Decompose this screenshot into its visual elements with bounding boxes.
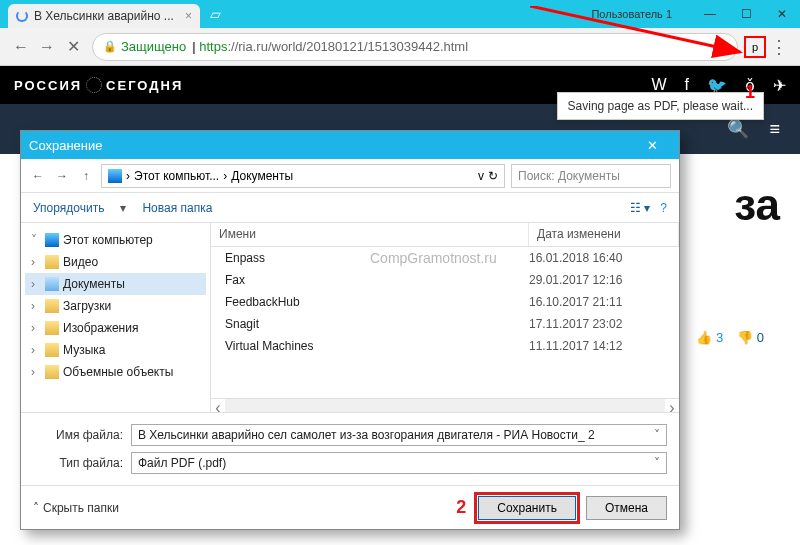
file-row[interactable]: Enpass16.01.2018 16:40 (211, 247, 679, 269)
thumbs-up-icon[interactable]: 👍 3 (696, 330, 723, 345)
file-row[interactable]: Virtual Machines11.11.2017 14:12 (211, 335, 679, 357)
tab-row: В Хельсинки аварийно ... × ▱ (0, 0, 226, 28)
omnibox-actions: ☆ (715, 39, 727, 54)
omnibox[interactable]: 🔒 Защищено | https ://ria.ru/world/20180… (92, 33, 738, 61)
tree-item-documents[interactable]: ›Документы (25, 273, 206, 295)
user-profile-label[interactable]: Пользователь 1 (591, 8, 672, 20)
bookmark-star-icon[interactable]: ☆ (715, 39, 727, 54)
pdf-extension-icon[interactable]: p (744, 36, 766, 58)
organize-menu[interactable]: Упорядочить (33, 201, 104, 215)
filename-input[interactable]: В Хельсинки аварийно сел самолет из-за в… (131, 424, 667, 446)
nav-up-icon[interactable]: ↑ (77, 169, 95, 183)
nav-back-icon[interactable]: ← (29, 169, 47, 183)
browser-titlebar: В Хельсинки аварийно ... × ▱ Пользовател… (0, 0, 800, 28)
reactions: 👍 3 👎 0 (696, 330, 764, 345)
filetype-row: Тип файла: Файл PDF (.pdf)˅ (33, 449, 667, 477)
column-date[interactable]: Дата изменени (529, 223, 679, 246)
dialog-body: ˅Этот компьютер ›Видео ›Документы ›Загру… (21, 223, 679, 412)
breadcrumb[interactable]: › Этот компьют... › Документы v ↻ (101, 164, 505, 188)
annotation-marker-1: 1 (745, 82, 755, 103)
search-icon[interactable]: 🔍 (727, 118, 749, 140)
column-name[interactable]: Имени (211, 223, 529, 246)
dialog-close-button[interactable]: ✕ (633, 131, 671, 159)
save-file-dialog: Сохранение ✕ ← → ↑ › Этот компьют... › Д… (20, 130, 680, 530)
tree-item-music[interactable]: ›Музыка (25, 339, 206, 361)
folder-tree: ˅Этот компьютер ›Видео ›Документы ›Загру… (21, 223, 211, 412)
nav-fwd-icon[interactable]: → (53, 169, 71, 183)
new-folder-button[interactable]: Новая папка (142, 201, 212, 215)
extension-tooltip: Saving page as PDF, please wait... (557, 92, 764, 120)
tree-item-video[interactable]: ›Видео (25, 251, 206, 273)
save-button[interactable]: Сохранить (478, 496, 576, 520)
maximize-button[interactable]: ☐ (728, 0, 764, 28)
file-list-pane: Имени Дата изменени Enpass16.01.2018 16:… (211, 223, 679, 412)
dialog-toolbar: Упорядочить▾ Новая папка ☷ ▾ ? (21, 193, 679, 223)
dialog-nav: ← → ↑ › Этот компьют... › Документы v ↻ … (21, 159, 679, 193)
browser-menu-icon[interactable]: ⋮ (766, 36, 792, 58)
site-brand[interactable]: РОССИЯ СЕГОДНЯ (14, 77, 183, 93)
chevron-down-icon[interactable]: ˅ (654, 456, 660, 470)
view-mode-icon[interactable]: ☷ ▾ (630, 201, 650, 215)
url-rest: ://ria.ru/world/20180121/1513039442.html (227, 39, 468, 54)
secure-label: Защищено (121, 39, 186, 54)
loading-spinner-icon (16, 10, 28, 22)
dialog-titlebar[interactable]: Сохранение ✕ (21, 131, 679, 159)
hide-folders-toggle[interactable]: ˄Скрыть папки (33, 501, 119, 515)
hamburger-icon[interactable]: ≡ (769, 119, 780, 140)
secure-indicator: 🔒 Защищено (103, 39, 186, 54)
back-button[interactable]: ← (8, 34, 34, 60)
horizontal-scrollbar[interactable]: ‹› (211, 398, 679, 412)
tree-item-downloads[interactable]: ›Загрузки (25, 295, 206, 317)
new-tab-button[interactable]: ▱ (204, 6, 226, 28)
close-window-button[interactable]: ✕ (764, 0, 800, 28)
annotation-marker-2: 2 (456, 497, 466, 518)
reload-button[interactable]: ✕ (60, 34, 86, 60)
tab-title: В Хельсинки аварийно ... (34, 9, 174, 23)
file-list-header: Имени Дата изменени (211, 223, 679, 247)
filename-row: Имя файла: В Хельсинки аварийно сел само… (33, 421, 667, 449)
breadcrumb-folder[interactable]: Документы (231, 169, 293, 183)
forward-button[interactable]: → (34, 34, 60, 60)
dialog-footer: ˄Скрыть папки 2 Сохранить Отмена (21, 485, 679, 529)
file-row[interactable]: Snagit17.11.2017 23:02 (211, 313, 679, 335)
minimize-button[interactable]: — (692, 0, 728, 28)
cancel-button[interactable]: Отмена (586, 496, 667, 520)
brand-part2: СЕГОДНЯ (106, 78, 183, 93)
thumbs-down-icon[interactable]: 👎 0 (737, 330, 764, 345)
file-row[interactable]: Fax29.01.2017 12:16 (211, 269, 679, 291)
address-bar: ← → ✕ 🔒 Защищено | https ://ria.ru/world… (0, 28, 800, 66)
file-row[interactable]: FeedbackHub16.10.2017 21:11 (211, 291, 679, 313)
folder-search-input[interactable]: Поиск: Документы (511, 164, 671, 188)
filetype-label: Тип файла: (33, 456, 123, 470)
search-placeholder: Поиск: Документы (518, 169, 620, 183)
telegram-icon[interactable]: ✈ (773, 76, 786, 95)
pc-icon (108, 169, 122, 183)
tree-root[interactable]: ˅Этот компьютер (25, 229, 206, 251)
chevron-down-icon[interactable]: ˅ (654, 428, 660, 442)
chevron-up-icon: ˄ (33, 501, 39, 515)
help-icon[interactable]: ? (660, 201, 667, 215)
dialog-fields: Имя файла: В Хельсинки аварийно сел само… (21, 412, 679, 485)
globe-icon (86, 77, 102, 93)
brand-part1: РОССИЯ (14, 78, 82, 93)
breadcrumb-pc[interactable]: Этот компьют... (134, 169, 219, 183)
url-scheme: https (199, 39, 227, 54)
headline-fragment: за (734, 180, 780, 230)
filename-label: Имя файла: (33, 428, 123, 442)
dialog-title: Сохранение (29, 138, 103, 153)
tree-item-3d[interactable]: ›Объемные объекты (25, 361, 206, 383)
lock-icon: 🔒 (103, 40, 117, 53)
tab-close-icon[interactable]: × (185, 9, 192, 23)
browser-tab[interactable]: В Хельсинки аварийно ... × (8, 4, 200, 28)
file-list: Enpass16.01.2018 16:40 Fax29.01.2017 12:… (211, 247, 679, 398)
refresh-icon[interactable]: ↻ (488, 169, 498, 183)
filetype-select[interactable]: Файл PDF (.pdf)˅ (131, 452, 667, 474)
tree-item-pictures[interactable]: ›Изображения (25, 317, 206, 339)
